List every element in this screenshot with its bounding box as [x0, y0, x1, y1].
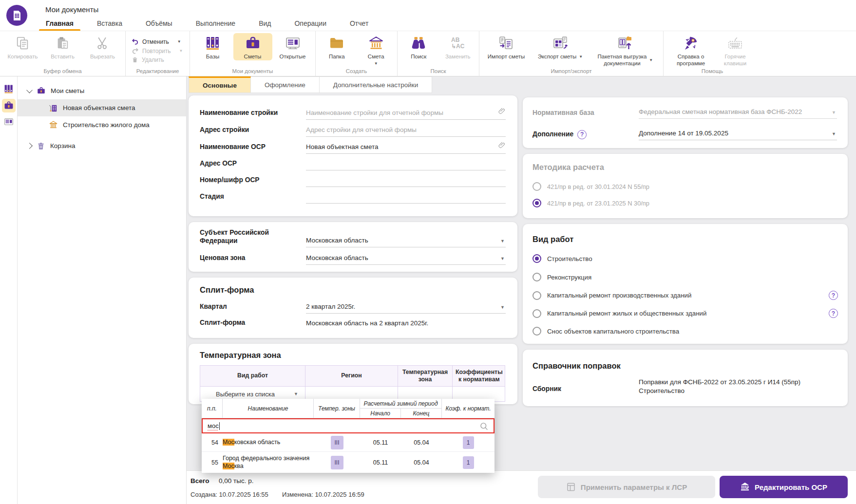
- total-label: Всего: [190, 477, 209, 485]
- export-estimate-button[interactable]: Экспорт сметы▼: [532, 33, 589, 60]
- zone-search-input[interactable]: мос: [202, 418, 495, 433]
- field-value: Московская область на 2 квартал 2025г.: [306, 319, 428, 327]
- work-option-reconstruction[interactable]: Реконструкция: [533, 273, 838, 281]
- edit-button-label: Редактировать ОСР: [755, 483, 827, 491]
- construction-address-input[interactable]: Адрес стройки для отчетной формы: [306, 123, 506, 137]
- work-option-residential-repair[interactable]: Капитальный ремонт жилых и общественных …: [533, 309, 838, 318]
- menu-tab-obyomy[interactable]: Объёмы: [134, 16, 184, 31]
- search-button[interactable]: Поиск: [399, 33, 438, 60]
- subject-select[interactable]: Московская область ▼: [306, 234, 506, 247]
- tab-dop-nastroyki[interactable]: Дополнительные настройки: [320, 76, 433, 93]
- edit-osr-button[interactable]: Редактировать ОСР: [720, 476, 848, 498]
- stage-input[interactable]: [306, 190, 506, 204]
- new-folder-button[interactable]: Папка: [318, 33, 356, 60]
- estimates-button[interactable]: Сметы: [233, 33, 272, 60]
- field-value: Дополнение 14 от 19.05.2025: [639, 130, 728, 137]
- replace-button[interactable]: AB↳AC Заменить: [439, 33, 477, 60]
- new-estimate-label: Смета: [368, 54, 384, 60]
- import-estimate-button[interactable]: Импорт сметы: [481, 33, 531, 60]
- paperclip-icon[interactable]: [498, 141, 506, 149]
- ribbon-group-import-export: Импорт сметы Экспорт сметы▼ Пакетная выг…: [479, 31, 664, 76]
- radio-selected-icon[interactable]: [533, 254, 541, 263]
- opened-windows-icon: [285, 35, 301, 52]
- help-icon[interactable]: ?: [829, 291, 838, 300]
- column-header: Коэффициенты к нормативам: [453, 366, 506, 386]
- menu-tab-vypolnenie[interactable]: Выполнение: [184, 16, 247, 31]
- tab-oformlenie[interactable]: Оформление: [251, 76, 320, 93]
- radio-unselected-icon[interactable]: [533, 291, 541, 300]
- method-option-1[interactable]: 421/пр в ред. от 30.01.2024 N 55/пр: [533, 182, 838, 191]
- help-icon[interactable]: ?: [577, 130, 587, 139]
- batch-export-dropdown-icon[interactable]: ▼: [649, 58, 653, 62]
- keyboard-icon: [727, 35, 743, 52]
- new-estimate-button[interactable]: Смета ▼: [357, 33, 396, 66]
- normative-base-select[interactable]: Федеральная сметная нормативная база ФСН…: [639, 105, 837, 119]
- tree-item-new-object-estimate[interactable]: Новая объектная смета: [18, 99, 186, 116]
- export-icon: [552, 35, 569, 52]
- hotkeys-button[interactable]: Горячиеклавиши: [714, 33, 756, 67]
- column-header: Регион: [305, 366, 398, 386]
- radio-unselected-icon[interactable]: [533, 273, 541, 281]
- batch-export-button[interactable]: Пакетная выгрузкадокументации▼: [590, 33, 661, 67]
- osr-number-input[interactable]: [306, 173, 506, 187]
- tree-item-my-estimates[interactable]: Мои сметы: [18, 82, 186, 99]
- radio-selected-icon[interactable]: [533, 199, 541, 207]
- rail-bases-icon[interactable]: [2, 82, 16, 96]
- new-estimate-dropdown-icon[interactable]: ▼: [374, 61, 378, 66]
- delete-label: Удалить: [142, 56, 164, 63]
- bases-button[interactable]: Базы: [193, 33, 232, 60]
- help-icon[interactable]: ?: [829, 309, 838, 318]
- undo-button[interactable]: Отменить ▼: [132, 38, 184, 45]
- apply-to-lsr-button[interactable]: Применить параметры к ЛСР: [538, 476, 715, 498]
- menu-tab-operacii[interactable]: Операции: [283, 16, 338, 31]
- temperature-zone-table: Вид работ Регион Температурная зона Коэф…: [200, 365, 505, 402]
- work-option-demolition[interactable]: Снос объектов капитального строительства: [533, 327, 838, 336]
- zone-row-55[interactable]: 55 Город федерального значения Москва II…: [202, 452, 495, 473]
- chevron-down-icon[interactable]: [26, 87, 33, 93]
- chevron-down-icon: ▼: [832, 110, 836, 115]
- group-label-help: Помощь: [666, 68, 759, 75]
- app-logo-icon: [6, 5, 27, 26]
- menu-tab-otchet[interactable]: Отчет: [338, 16, 380, 31]
- tree-item-house-construction[interactable]: Строительство жилого дома: [18, 116, 186, 133]
- work-option-industrial-repair[interactable]: Капитальный ремонт производственных здан…: [533, 291, 838, 300]
- row-number: 54: [202, 439, 223, 446]
- radio-unselected-icon[interactable]: [533, 327, 541, 336]
- briefcase-icon: [37, 86, 46, 95]
- supplement-select[interactable]: Дополнение 14 от 19.05.2025 ▼: [639, 127, 837, 140]
- quarter-select[interactable]: 2 квартал 2025г. ▼: [306, 300, 506, 314]
- tree-item-trash[interactable]: Корзина: [18, 137, 186, 154]
- copy-button[interactable]: Копировать: [3, 33, 42, 60]
- chevron-right-icon[interactable]: [26, 143, 33, 149]
- menu-tab-vid[interactable]: Вид: [247, 16, 283, 31]
- search-icon: [479, 422, 489, 431]
- redo-dropdown-icon[interactable]: ▼: [179, 49, 183, 53]
- work-option-construction[interactable]: Строительство: [533, 254, 838, 263]
- delete-button[interactable]: Удалить: [132, 56, 184, 63]
- price-zone-select[interactable]: Московская область ▼: [306, 251, 506, 265]
- zone-row-54[interactable]: 54 Московская область III 05.11 05.04 1: [202, 433, 495, 452]
- undo-dropdown-icon[interactable]: ▼: [177, 39, 181, 44]
- search-label: Поиск: [411, 54, 426, 60]
- tab-osnovnye[interactable]: Основные: [189, 76, 251, 93]
- field-label: Номер/шифр ОСР: [200, 176, 306, 187]
- radio-unselected-icon[interactable]: [533, 309, 541, 318]
- about-button[interactable]: Справка опрограмме: [668, 33, 713, 67]
- osr-name-input[interactable]: Новая объектная смета: [306, 140, 506, 154]
- redo-button[interactable]: Повторить ▼: [132, 47, 184, 55]
- method-option-2[interactable]: 421/пр в ред. от 23.01.2025 N 30/пр: [533, 199, 838, 207]
- paperclip-icon[interactable]: [498, 107, 506, 114]
- rail-opened-icon[interactable]: [2, 115, 16, 129]
- export-dropdown-icon[interactable]: ▼: [579, 55, 583, 59]
- radio-unselected-icon[interactable]: [533, 182, 541, 191]
- column-header: Наименование: [223, 399, 314, 418]
- menu-tab-vstavka[interactable]: Вставка: [85, 16, 134, 31]
- opened-button[interactable]: Открытые: [273, 33, 312, 60]
- osr-address-input[interactable]: [306, 157, 506, 170]
- cut-button[interactable]: Вырезать: [83, 33, 122, 60]
- construction-name-input[interactable]: Наименование стройки для отчетной формы: [306, 106, 506, 120]
- menu-tab-glavnaya[interactable]: Главная: [34, 16, 85, 31]
- paste-button[interactable]: Вставить: [43, 33, 82, 60]
- rail-estimates-icon[interactable]: [2, 99, 16, 112]
- corrections-value: Поправки для ФСНБ-2022 от 23.05.2025 г И…: [639, 378, 837, 395]
